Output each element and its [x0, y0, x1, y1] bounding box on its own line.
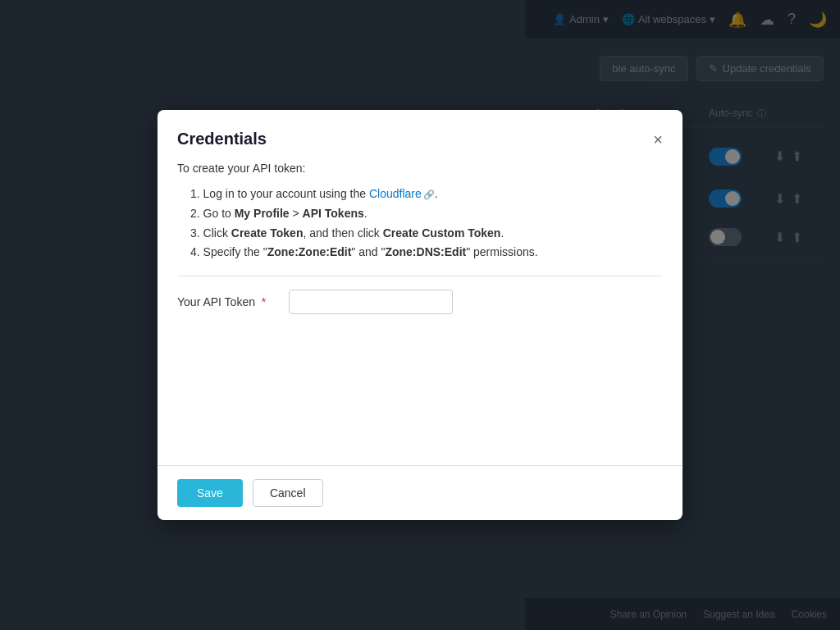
external-link-icon: 🔗: [423, 187, 435, 203]
api-token-label: Your API Token *: [177, 295, 276, 308]
zone-zone-edit-bold: Zone:Zone:Edit: [267, 245, 352, 258]
my-profile-bold: My Profile: [235, 207, 290, 220]
api-token-form-row: Your API Token *: [177, 290, 663, 314]
modal-title: Credentials: [177, 130, 267, 148]
modal-intro: To create your API token:: [177, 162, 663, 175]
instruction-step-2: 2. Go to My Profile > API Tokens.: [177, 204, 663, 224]
zone-dns-edit-bold: Zone:DNS:Edit: [385, 245, 466, 258]
create-token-bold: Create Token: [231, 226, 304, 240]
api-tokens-bold: API Tokens: [303, 207, 364, 220]
modal-close-button[interactable]: ×: [653, 131, 663, 148]
cloudflare-link-text: Cloudflare: [369, 185, 422, 204]
save-button[interactable]: Save: [177, 479, 243, 507]
instruction-step-3: 3. Click Create Token, and then click Cr…: [177, 224, 663, 244]
modal-header: Credentials ×: [158, 110, 682, 162]
cancel-button[interactable]: Cancel: [253, 479, 323, 507]
create-custom-token-bold: Create Custom Token: [383, 226, 501, 240]
modal-body: To create your API token: 1. Log in to y…: [158, 162, 682, 465]
instruction-step-1: 1. Log in to your account using the Clou…: [177, 185, 663, 204]
credentials-modal: Credentials × To create your API token: …: [158, 110, 682, 520]
cloudflare-link[interactable]: Cloudflare 🔗: [369, 185, 435, 204]
instruction-step-4: 4. Specify the "Zone:Zone:Edit" and "Zon…: [177, 243, 663, 262]
required-star: *: [262, 295, 266, 308]
modal-footer: Save Cancel: [158, 466, 682, 520]
api-token-input[interactable]: [289, 290, 453, 314]
form-divider: [177, 276, 663, 276]
instructions-list: 1. Log in to your account using the Clou…: [177, 185, 663, 262]
